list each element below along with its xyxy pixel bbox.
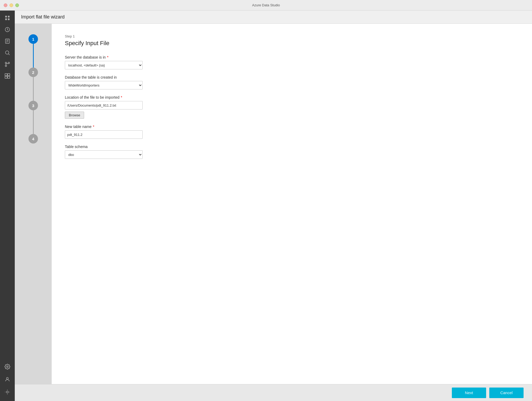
step-circle-2[interactable]: 2 bbox=[28, 68, 38, 77]
server-select[interactable]: localhost, <default> (sa) bbox=[65, 61, 143, 69]
explorer-icon[interactable] bbox=[2, 13, 13, 23]
step-circle-1[interactable]: 1 bbox=[28, 34, 38, 44]
step-item-1: 1 bbox=[28, 34, 38, 68]
title-bar: Azure Data Studio bbox=[0, 0, 532, 11]
minimize-button[interactable] bbox=[9, 3, 13, 7]
table-schema-label: Table schema bbox=[65, 145, 519, 149]
step-connector-2-3 bbox=[33, 77, 34, 101]
new-table-required: * bbox=[93, 125, 94, 129]
database-label: Database the table is created in bbox=[65, 75, 519, 79]
step-item-3: 3 bbox=[28, 101, 38, 134]
table-schema-form-group: Table schema dbo bbox=[65, 145, 519, 159]
svg-rect-17 bbox=[8, 76, 10, 78]
source-control-icon[interactable] bbox=[2, 59, 13, 70]
svg-rect-14 bbox=[5, 74, 7, 76]
new-table-label: New table name * bbox=[65, 125, 519, 129]
extensions-icon[interactable] bbox=[2, 71, 13, 81]
page-title: Import flat file wizard bbox=[21, 14, 65, 20]
file-location-label: Location of the file to be imported * bbox=[65, 95, 519, 99]
form-area: Step 1 Specify Input File Server the dat… bbox=[52, 24, 532, 384]
file-location-form-group: Location of the file to be imported * Br… bbox=[65, 95, 519, 119]
traffic-lights bbox=[4, 3, 19, 7]
window-title: Azure Data Studio bbox=[252, 3, 280, 7]
server-required: * bbox=[107, 55, 108, 59]
sidebar bbox=[0, 11, 15, 401]
table-schema-select[interactable]: dbo bbox=[65, 150, 143, 159]
svg-rect-3 bbox=[8, 18, 9, 20]
svg-rect-1 bbox=[8, 16, 9, 17]
search-icon[interactable] bbox=[2, 47, 13, 58]
database-form-group: Database the table is created in WideWor… bbox=[65, 75, 519, 89]
svg-point-20 bbox=[6, 391, 8, 393]
server-form-group: Server the database is in * localhost, <… bbox=[65, 55, 519, 69]
svg-point-19 bbox=[6, 378, 8, 379]
step-item-2: 2 bbox=[28, 68, 38, 101]
notifications-icon[interactable] bbox=[2, 387, 13, 397]
step-panel: 1 2 3 4 bbox=[15, 24, 52, 384]
file-location-required: * bbox=[121, 95, 122, 99]
svg-rect-16 bbox=[5, 76, 7, 78]
svg-rect-15 bbox=[8, 74, 10, 76]
file-location-input[interactable] bbox=[65, 101, 143, 109]
svg-point-18 bbox=[7, 366, 8, 367]
maximize-button[interactable] bbox=[15, 3, 19, 7]
step-title: Specify Input File bbox=[65, 40, 519, 47]
page-header: Import flat file wizard bbox=[15, 11, 532, 24]
database-select[interactable]: WideWorldImporters bbox=[65, 81, 143, 89]
footer: Next Cancel bbox=[15, 384, 532, 401]
step-circle-4[interactable]: 4 bbox=[28, 134, 38, 144]
server-label: Server the database is in * bbox=[65, 55, 519, 59]
svg-point-12 bbox=[5, 65, 7, 67]
close-button[interactable] bbox=[4, 3, 7, 7]
browse-button[interactable]: Browse bbox=[65, 112, 84, 119]
sidebar-bottom bbox=[2, 361, 13, 401]
account-icon[interactable] bbox=[2, 374, 13, 385]
step-circle-3[interactable]: 3 bbox=[28, 101, 38, 110]
new-table-input[interactable] bbox=[65, 130, 143, 139]
svg-point-9 bbox=[6, 51, 9, 54]
step-connector-3-4 bbox=[33, 110, 34, 134]
svg-line-10 bbox=[8, 54, 9, 55]
cancel-button[interactable]: Cancel bbox=[489, 388, 524, 398]
step-label: Step 1 bbox=[65, 34, 519, 38]
next-button[interactable]: Next bbox=[452, 388, 486, 398]
step-item-4: 4 bbox=[28, 134, 38, 144]
history-icon[interactable] bbox=[2, 24, 13, 35]
svg-rect-2 bbox=[5, 18, 7, 20]
settings-icon[interactable] bbox=[2, 361, 13, 372]
step-connector-1-2 bbox=[33, 44, 34, 68]
svg-rect-0 bbox=[5, 16, 7, 17]
new-table-form-group: New table name * bbox=[65, 125, 519, 139]
new-query-icon[interactable] bbox=[2, 36, 13, 46]
